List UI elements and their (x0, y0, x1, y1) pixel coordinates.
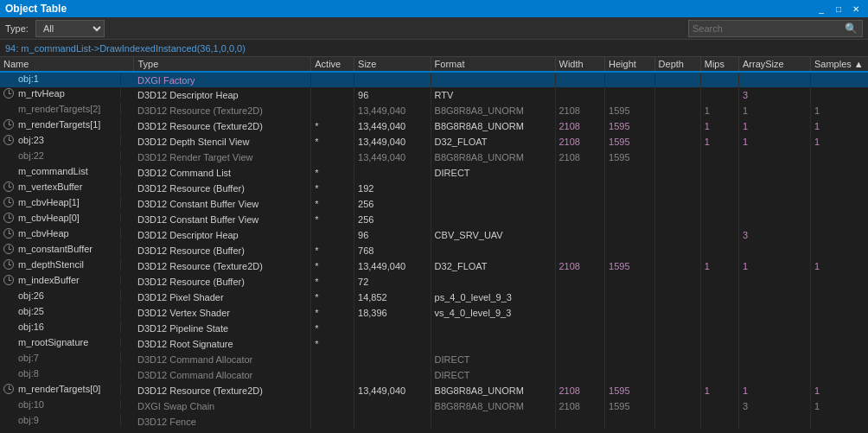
cell-arraysize: 1 (738, 103, 810, 118)
table-row[interactable]: m_cbvHeap[1]D3D12 Constant Buffer View*2… (0, 196, 868, 212)
table-row[interactable]: m_indexBufferD3D12 Resource (Buffer)*72 (0, 274, 868, 290)
cell-depth (654, 305, 700, 321)
cell-mips (700, 321, 738, 336)
table-row[interactable]: m_constantBufferD3D12 Resource (Buffer)*… (0, 243, 868, 258)
row-name-text: obj:9 (18, 415, 39, 425)
cell-height (605, 321, 655, 336)
col-header-mips[interactable]: Mips (700, 57, 738, 72)
table-row[interactable]: m_rootSignatureD3D12 Root Signature* (0, 336, 868, 352)
cell-name: m_constantBuffer (0, 243, 121, 255)
cell-mips: 1 (700, 118, 738, 134)
table-row[interactable]: m_cbvHeapD3D12 Descriptor Heap96CBV_SRV_… (0, 227, 868, 243)
table-row[interactable]: m_commandListD3D12 Command List*DIRECT (0, 165, 868, 181)
row-name-text: m_indexBuffer (18, 275, 80, 285)
table-row[interactable]: obj:7D3D12 Command AllocatorDIRECT (0, 352, 868, 367)
col-header-active[interactable]: Active (311, 57, 354, 72)
clock-icon (3, 228, 14, 239)
col-header-depth[interactable]: Depth (654, 57, 700, 72)
cell-active: * (311, 274, 354, 290)
table-row[interactable]: obj:22D3D12 Render Target View13,449,040… (0, 150, 868, 165)
cell-format (431, 321, 555, 336)
cell-size (354, 398, 431, 414)
cell-height (605, 165, 655, 181)
cell-samples (811, 305, 869, 321)
close-button[interactable]: ✕ (849, 3, 863, 15)
cell-active (311, 383, 354, 398)
cell-format: CBV_SRV_UAV (431, 227, 555, 243)
cell-mips (700, 352, 738, 367)
cell-samples (811, 212, 869, 227)
cell-active: * (311, 134, 354, 150)
cell-height (605, 243, 655, 258)
cell-samples (811, 367, 869, 383)
table-row[interactable]: m_vertexBufferD3D12 Resource (Buffer)*19… (0, 181, 868, 196)
cell-width: 2108 (555, 398, 605, 414)
table-row[interactable]: m_depthStencilD3D12 Resource (Texture2D)… (0, 258, 868, 274)
cell-format (431, 336, 555, 352)
row-name-text: m_cbvHeap (18, 228, 69, 239)
cell-samples: 1 (811, 103, 869, 118)
cell-arraysize (738, 274, 810, 290)
maximize-button[interactable]: □ (832, 3, 846, 15)
cell-name: m_renderTargets[0] (0, 383, 121, 395)
cell-width (555, 305, 605, 321)
type-select[interactable]: All (35, 20, 105, 37)
cell-type: D3D12 Resource (Texture2D) (134, 258, 311, 274)
cell-arraysize (738, 181, 810, 196)
clock-icon (3, 135, 14, 145)
table-container[interactable]: Name Type Active Size Format Width Heigh… (0, 57, 868, 433)
table-row[interactable]: obj:1DXGI Factory (0, 72, 868, 87)
table-header: Name Type Active Size Format Width Heigh… (0, 57, 868, 72)
col-header-width[interactable]: Width (555, 57, 605, 72)
cell-depth (654, 72, 700, 87)
cell-active: * (311, 290, 354, 305)
cell-samples: 1 (811, 134, 869, 150)
col-header-height[interactable]: Height (605, 57, 655, 72)
table-row[interactable]: obj:10DXGI Swap ChainB8G8R8A8_UNORM21081… (0, 398, 868, 414)
table-row[interactable]: m_cbvHeap[0]D3D12 Constant Buffer View*2… (0, 212, 868, 227)
cell-width (555, 414, 605, 430)
cell-depth (654, 118, 700, 134)
clock-icon (3, 244, 14, 254)
cell-width (555, 336, 605, 352)
col-header-type[interactable]: Type (134, 57, 311, 72)
col-header-samples[interactable]: Samples ▲ (811, 57, 869, 72)
cell-width (555, 181, 605, 196)
cell-size: 256 (354, 196, 431, 212)
cell-samples (811, 243, 869, 258)
table-row[interactable]: obj:16D3D12 Pipeline State* (0, 321, 868, 336)
cell-width: 2108 (555, 258, 605, 274)
col-header-name[interactable]: Name (0, 57, 134, 72)
cell-height (605, 72, 655, 87)
clock-icon (3, 213, 14, 223)
col-header-size[interactable]: Size (354, 57, 431, 72)
cell-size: 256 (354, 212, 431, 227)
cell-active: * (311, 118, 354, 134)
table-row[interactable]: obj:26D3D12 Pixel Shader*14,852ps_4_0_le… (0, 290, 868, 305)
table-row[interactable]: m_renderTargets[1]D3D12 Resource (Textur… (0, 118, 868, 134)
title-bar-controls: _ □ ✕ (814, 3, 863, 15)
cell-mips: 1 (700, 383, 738, 398)
cell-size (354, 72, 431, 87)
search-input[interactable] (689, 23, 845, 34)
row-name-text: m_depthStencil (18, 259, 84, 270)
cell-samples (811, 336, 869, 352)
cell-height: 1595 (605, 383, 655, 398)
col-header-format[interactable]: Format (431, 57, 555, 72)
table-row[interactable]: obj:9D3D12 Fence (0, 414, 868, 430)
row-name-text: obj:7 (18, 353, 39, 363)
cell-arraysize: 3 (738, 87, 810, 103)
table-row[interactable]: m_renderTargets[2]D3D12 Resource (Textur… (0, 103, 868, 118)
minimize-button[interactable]: _ (814, 3, 828, 15)
cell-active (311, 367, 354, 383)
cell-height (605, 290, 655, 305)
cell-format: B8G8R8A8_UNORM (431, 103, 555, 118)
table-row[interactable]: m_rtvHeapD3D12 Descriptor Heap96RTV3 (0, 87, 868, 103)
table-row[interactable]: obj:25D3D12 Vertex Shader*18,396vs_4_0_l… (0, 305, 868, 321)
cell-height: 1595 (605, 398, 655, 414)
table-row[interactable]: m_renderTargets[0]D3D12 Resource (Textur… (0, 383, 868, 398)
table-row[interactable]: obj:23D3D12 Depth Stencil View*13,449,04… (0, 134, 868, 150)
col-header-arraysize[interactable]: ArraySize (738, 57, 810, 72)
table-row[interactable]: obj:8D3D12 Command AllocatorDIRECT (0, 367, 868, 383)
cell-size: 13,449,040 (354, 150, 431, 165)
